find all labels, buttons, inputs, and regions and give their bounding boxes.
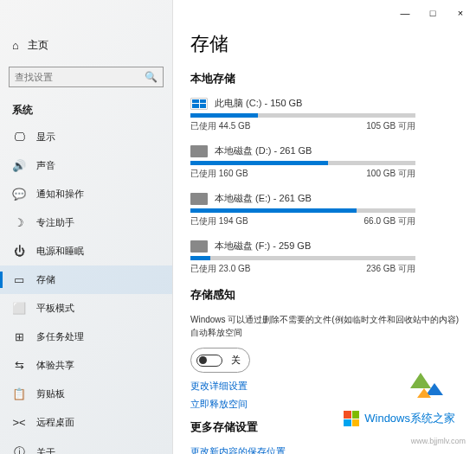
drive-3[interactable]: 本地磁盘 (F:) - 259 GB 已使用 23.0 GB 236 GB 可用 <box>190 240 459 275</box>
used-label: 已使用 194 GB <box>190 215 248 227</box>
storage-sense-toggle-row: 关 <box>190 348 250 373</box>
sidebar-item-9[interactable]: 📋剪贴板 <box>0 380 172 408</box>
nav-label: 平板模式 <box>36 302 74 315</box>
sidebar-item-2[interactable]: 💬通知和操作 <box>0 180 172 208</box>
sidebar-item-7[interactable]: ⊞多任务处理 <box>0 323 172 351</box>
drive-0[interactable]: 此电脑 (C:) - 150 GB 已使用 44.5 GB 105 GB 可用 <box>190 97 459 132</box>
home-label: 主页 <box>28 38 48 53</box>
nav-label: 剪贴板 <box>36 387 65 400</box>
sidebar-item-6[interactable]: ⬜平板模式 <box>0 294 172 323</box>
watermark-url: www.bjjmlv.com <box>411 437 466 445</box>
nav-label: 远程桌面 <box>36 416 74 429</box>
nav-icon: 💬 <box>12 188 26 201</box>
page-title: 存储 <box>190 31 459 57</box>
nav-icon: ⏻ <box>12 245 26 258</box>
search-icon: 🔍 <box>145 71 158 83</box>
overlay-logo: Windows系统之家 <box>340 409 459 428</box>
nav-label: 声音 <box>36 159 55 172</box>
free-label: 236 GB 可用 <box>366 263 415 275</box>
toggle-knob <box>199 356 207 364</box>
minimize-button[interactable]: — <box>396 8 414 18</box>
used-label: 已使用 44.5 GB <box>190 120 250 132</box>
toggle-state-label: 关 <box>231 354 241 367</box>
drive-1[interactable]: 本地磁盘 (D:) - 261 GB 已使用 160 GB 100 GB 可用 <box>190 144 459 180</box>
storage-sense-description: Windows 可以通过删除不需要的文件(例如临时文件和回收站中的内容)自动释放… <box>190 313 459 339</box>
free-label: 66.0 GB 可用 <box>364 215 415 227</box>
free-label: 100 GB 可用 <box>366 168 415 180</box>
usage-bar <box>190 113 415 118</box>
usage-bar <box>190 208 415 213</box>
nav-label: 显示 <box>36 131 55 144</box>
sidebar-item-10[interactable]: ><远程桌面 <box>0 408 172 437</box>
storage-sense-heading: 存储感知 <box>190 287 459 303</box>
nav-icon: ▭ <box>12 273 26 286</box>
overlay-logo-text: Windows系统之家 <box>364 411 455 426</box>
nav-label: 存储 <box>36 273 55 286</box>
usage-bar <box>190 256 415 260</box>
nav-label: 通知和操作 <box>36 188 84 201</box>
drive-icon <box>190 240 208 253</box>
drive-icon <box>190 145 208 157</box>
nav-icon: 📋 <box>12 387 26 400</box>
free-label: 105 GB 可用 <box>366 120 415 132</box>
nav-label: 关于 <box>36 446 55 455</box>
used-label: 已使用 23.0 GB <box>190 263 250 275</box>
close-button[interactable]: × <box>452 8 469 18</box>
nav-icon: ⬜ <box>12 302 26 315</box>
maximize-button[interactable]: □ <box>424 8 441 18</box>
drive-name: 此电脑 (C:) - 150 GB <box>215 97 302 110</box>
nav-icon: ⇆ <box>12 359 26 372</box>
nav-icon: 🔊 <box>12 159 26 172</box>
sidebar-item-1[interactable]: 🔊声音 <box>0 151 172 180</box>
drive-name: 本地磁盘 (D:) - 261 GB <box>215 144 312 157</box>
search-box[interactable]: 🔍 <box>9 67 164 87</box>
home-link[interactable]: ⌂ 主页 <box>0 31 172 60</box>
overlay-logo-icon <box>410 373 450 402</box>
nav-icon: ⊞ <box>12 330 26 343</box>
nav-icon: ⓘ <box>12 444 26 454</box>
nav-label: 专注助手 <box>36 216 74 229</box>
sidebar-item-5[interactable]: ▭存储 <box>0 265 172 294</box>
nav-label: 体验共享 <box>36 359 74 372</box>
sidebar-item-3[interactable]: ☽专注助手 <box>0 208 172 237</box>
sidebar-item-8[interactable]: ⇆体验共享 <box>0 351 172 380</box>
drive-icon <box>190 193 208 205</box>
usage-bar <box>190 161 415 165</box>
windows-logo-icon <box>344 411 359 426</box>
storage-sense-toggle[interactable] <box>196 355 222 367</box>
sidebar-section-label: 系统 <box>0 98 172 123</box>
sidebar-item-0[interactable]: 🖵显示 <box>0 123 172 151</box>
search-input[interactable] <box>15 72 145 82</box>
sidebar-item-11[interactable]: ⓘ关于 <box>0 437 172 454</box>
home-icon: ⌂ <box>12 39 19 52</box>
drive-2[interactable]: 本地磁盘 (E:) - 261 GB 已使用 194 GB 66.0 GB 可用 <box>190 192 459 227</box>
drive-name: 本地磁盘 (F:) - 259 GB <box>215 240 311 253</box>
change-save-location-link[interactable]: 更改新内容的保存位置 <box>190 445 459 454</box>
drive-icon <box>190 98 208 110</box>
sidebar-item-4[interactable]: ⏻电源和睡眠 <box>0 237 172 265</box>
nav-icon: >< <box>12 416 26 429</box>
nav-label: 多任务处理 <box>36 330 84 343</box>
nav-label: 电源和睡眠 <box>36 245 84 258</box>
sidebar: ⌂ 主页 🔍 系统 🖵显示🔊声音💬通知和操作☽专注助手⏻电源和睡眠▭存储⬜平板模… <box>0 0 173 454</box>
nav-icon: 🖵 <box>12 131 26 144</box>
drive-name: 本地磁盘 (E:) - 261 GB <box>215 192 312 205</box>
local-storage-heading: 本地存储 <box>190 71 459 86</box>
used-label: 已使用 160 GB <box>190 168 248 180</box>
nav-icon: ☽ <box>12 216 26 229</box>
